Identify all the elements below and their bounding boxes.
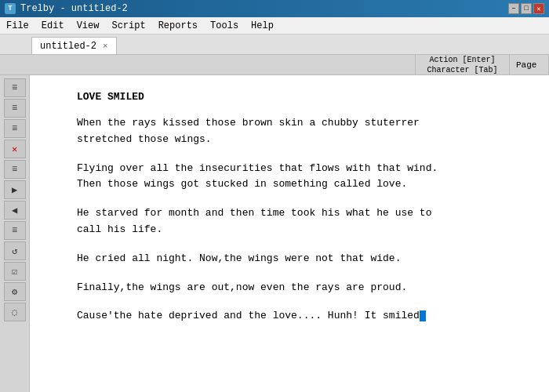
- circle-icon[interactable]: ◌: [4, 303, 26, 321]
- tab-label: untitled-2: [40, 41, 96, 52]
- format-icon[interactable]: ≡: [4, 160, 26, 179]
- paragraph-5: Cause'the hate deprived and the love....…: [77, 308, 502, 325]
- window-title: Trelby - untitled-2: [20, 3, 128, 14]
- play-icon[interactable]: ▶: [4, 180, 26, 199]
- paragraphs-container: When the rays kissed those brown skin a …: [77, 115, 502, 325]
- menu-item-script[interactable]: Script: [105, 17, 151, 34]
- col-header-page: Page: [510, 55, 549, 74]
- menu-item-tools[interactable]: Tools: [204, 17, 245, 34]
- app-icon: T: [5, 3, 16, 14]
- lines-icon[interactable]: ≡: [4, 78, 26, 97]
- close-button[interactable]: ✕: [533, 3, 544, 14]
- close-icon[interactable]: ✕: [4, 140, 26, 158]
- gear-icon[interactable]: ⚙: [4, 282, 26, 301]
- col-header-spacer: [31, 55, 416, 74]
- active-tab[interactable]: untitled-2 ×: [31, 37, 117, 54]
- minimize-button[interactable]: –: [508, 3, 519, 14]
- titlebar: T Trelby - untitled-2 – □ ✕: [0, 0, 549, 17]
- menubar: FileEditViewScriptReportsToolsHelp: [0, 17, 549, 34]
- menu-item-help[interactable]: Help: [245, 17, 280, 34]
- column-headers: Action [Enter] Character [Tab] Page: [0, 55, 549, 75]
- col-header-action: Action [Enter] Character [Tab]: [416, 55, 510, 74]
- text-cursor: [420, 310, 426, 321]
- undo-icon[interactable]: ↺: [4, 241, 26, 260]
- menu-item-edit[interactable]: Edit: [35, 17, 71, 34]
- paragraph-1: Flying over all the insecurities that fl…: [77, 161, 502, 194]
- menu-item-view[interactable]: View: [71, 17, 106, 34]
- paragraph-3: He cried all night. Now,the wings were n…: [77, 251, 502, 267]
- tab-close-button[interactable]: ×: [103, 42, 108, 51]
- titlebar-left: T Trelby - untitled-2: [5, 3, 128, 14]
- paragraph-0: When the rays kissed those brown skin a …: [77, 115, 502, 148]
- paragraph-4: Finally,the wings are out,now even the r…: [77, 280, 502, 296]
- list-icon[interactable]: ≡: [4, 221, 26, 240]
- screenplay-content[interactable]: LOVE SMILED When the rays kissed those b…: [30, 75, 549, 392]
- screenplay-title: LOVE SMILED: [77, 91, 502, 103]
- paragraph-2: He starved for month and then time took …: [77, 205, 502, 238]
- lines3-icon[interactable]: ≡: [4, 119, 26, 138]
- back-icon[interactable]: ◀: [4, 201, 26, 220]
- maximize-button[interactable]: □: [521, 3, 532, 14]
- titlebar-controls: – □ ✕: [508, 3, 544, 14]
- left-toolbar: ≡≡≡✕≡▶◀≡↺☑⚙◌: [0, 75, 30, 392]
- tabbar: untitled-2 ×: [0, 34, 549, 55]
- check-icon[interactable]: ☑: [4, 262, 26, 281]
- main-area: ≡≡≡✕≡▶◀≡↺☑⚙◌ LOVE SMILED When the rays k…: [0, 75, 549, 392]
- menu-item-file[interactable]: File: [0, 17, 35, 34]
- lines2-icon[interactable]: ≡: [4, 99, 26, 118]
- menu-item-reports[interactable]: Reports: [152, 17, 204, 34]
